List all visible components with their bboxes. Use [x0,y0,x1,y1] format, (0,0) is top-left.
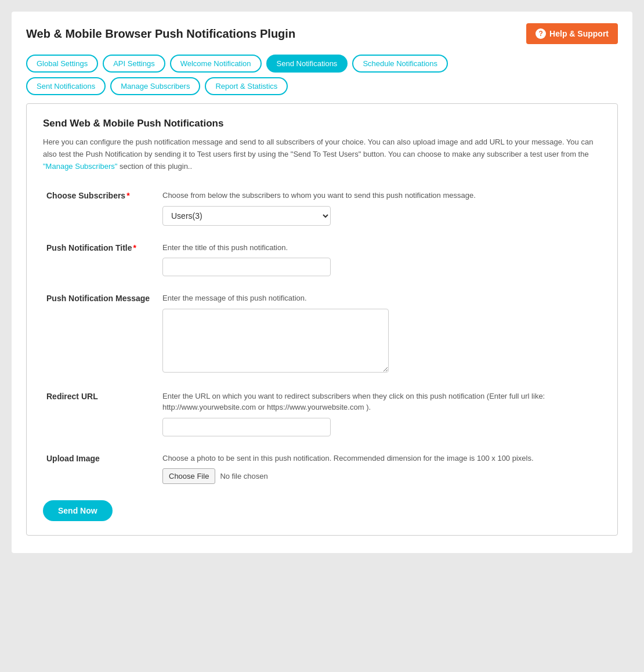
tabs-row-1: Global Settings API Settings Welcome Not… [26,55,618,73]
redirect-url-label: Redirect URL [43,385,159,447]
required-star-title: * [133,243,136,252]
page-wrapper: Web & Mobile Browser Push Notifications … [12,12,632,553]
redirect-url-hint: Enter the URL on which you want to redir… [162,391,598,413]
content-box: Send Web & Mobile Push Notifications Her… [26,103,618,536]
header: Web & Mobile Browser Push Notifications … [26,23,618,44]
form-row-push-title: Push Notification Title* Enter the title… [43,236,601,287]
upload-image-hint: Choose a photo to be sent in this push n… [162,453,598,464]
push-title-hint: Enter the title of this push notificatio… [162,242,598,254]
tab-schedule-notifications[interactable]: Schedule Notifications [352,55,448,73]
form-row-redirect-url: Redirect URL Enter the URL on which you … [43,385,601,447]
tab-welcome-notification[interactable]: Welcome Notification [170,55,262,73]
page-title: Web & Mobile Browser Push Notifications … [26,27,295,41]
choose-file-button[interactable]: Choose File [162,468,215,484]
content-title: Send Web & Mobile Push Notifications [43,118,601,129]
push-message-field: Enter the message of this push notificat… [159,287,601,385]
form-row-choose-subscribers: Choose Subscribers* Choose from below th… [43,184,601,236]
upload-image-label: Upload Image [43,447,159,495]
description-part2: section of this plugin.. [117,162,192,171]
description-text: Here you can configure the push notifica… [43,136,601,172]
tab-report-statistics[interactable]: Report & Statistics [205,77,288,95]
help-icon: ? [536,28,546,39]
push-title-label: Push Notification Title* [43,236,159,287]
help-support-button[interactable]: ? Help & Support [526,23,618,44]
push-message-textarea[interactable] [162,309,389,373]
tab-api-settings[interactable]: API Settings [103,55,165,73]
tab-sent-notifications[interactable]: Sent Notifications [26,77,106,95]
manage-subscribers-link[interactable]: "Manage Subscribers" [43,162,117,171]
description-part1: Here you can configure the push notifica… [43,138,593,158]
choose-subscribers-label: Choose Subscribers* [43,184,159,236]
required-star-subscribers: * [126,191,129,200]
no-file-label: No file chosen [220,472,267,480]
subscribers-select[interactable]: Users(3) All Subscribers Test Users [162,206,331,226]
file-input-row: Choose File No file chosen [162,468,598,484]
tab-send-notifications[interactable]: Send Notifications [266,55,348,73]
push-title-input[interactable] [162,258,331,276]
tab-manage-subscribers[interactable]: Manage Subscribers [110,77,200,95]
choose-subscribers-field: Choose from below the subscribers to who… [159,184,601,236]
form-row-push-message: Push Notification Message Enter the mess… [43,287,601,385]
push-title-field: Enter the title of this push notificatio… [159,236,601,287]
tabs-row-2: Sent Notifications Manage Subscribers Re… [26,77,618,95]
choose-subscribers-hint: Choose from below the subscribers to who… [162,190,598,201]
form-row-upload-image: Upload Image Choose a photo to be sent i… [43,447,601,495]
upload-image-field: Choose a photo to be sent in this push n… [159,447,601,495]
push-message-hint: Enter the message of this push notificat… [162,292,598,304]
redirect-url-field: Enter the URL on which you want to redir… [159,385,601,447]
send-now-button[interactable]: Send Now [43,500,113,521]
redirect-url-input[interactable] [162,418,331,436]
help-button-label: Help & Support [549,29,609,38]
tab-global-settings[interactable]: Global Settings [26,55,98,73]
push-message-label: Push Notification Message [43,287,159,385]
form-table: Choose Subscribers* Choose from below th… [43,184,601,494]
